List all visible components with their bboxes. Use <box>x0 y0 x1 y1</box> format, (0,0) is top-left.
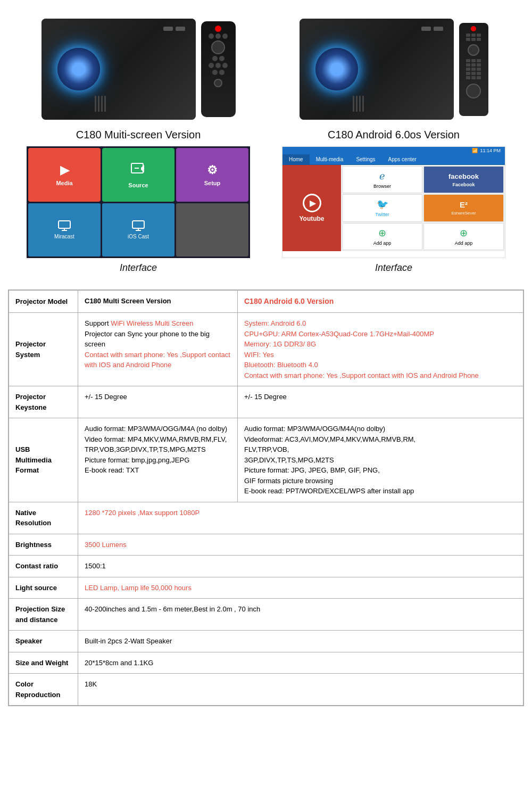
nav-settings[interactable]: Settings <box>350 154 381 164</box>
status-time: 11:14 PM <box>480 148 501 153</box>
ms-miracast-cell: Miracast <box>28 203 101 257</box>
row-col2-usb: Audio format: MP3/WMA/OGG/M4A(no dolby) … <box>238 418 523 502</box>
source-icon <box>130 161 146 179</box>
eshare-label: EshareSever <box>451 211 476 216</box>
multiscreen-ui: ▶ Media Source ⚙ Setup Miracast <box>27 146 250 258</box>
product-multiscreen: C180 Muiti-screen Version ▶ Media Source… <box>16 16 261 274</box>
android-status-bar: 📶 11:14 PM <box>282 147 505 154</box>
add-icon-2: ⊕ <box>460 227 468 239</box>
table-row-resolution: Native Resolution 1280 *720 pixels ,Max … <box>9 502 523 534</box>
product-title-android: C180 Android 6.0os Version <box>328 129 460 141</box>
row-label-system: ProjectorSystem <box>9 313 78 386</box>
table-row-brightness: Brightness 3500 Lumens <box>9 534 523 556</box>
app-browser: ℯ Browser <box>342 166 422 193</box>
setup-icon: ⚙ <box>207 163 218 177</box>
projector-image-android <box>300 19 454 120</box>
wifi-text: WiFi Wireless Multi Screen <box>111 319 193 327</box>
interface-multiscreen: ▶ Media Source ⚙ Setup Miracast <box>27 146 250 258</box>
row-label-projection: Projection Sizeand distance <box>9 599 78 631</box>
row-merged-brightness: 3500 Lumens <box>78 534 523 556</box>
specs-table: Projector Model C180 Multi Screen Versio… <box>9 290 523 706</box>
android-ui: 📶 11:14 PM Home Multi-media Settings App… <box>282 146 505 258</box>
product-android: C180 Android 6.0os Version 📶 11:14 PM Ho… <box>271 16 516 274</box>
ms-miracast-label: Miracast <box>54 234 74 239</box>
product-images-multiscreen <box>16 16 261 122</box>
row-merged-resolution: 1280 *720 pixels ,Max support 1080P <box>78 502 523 534</box>
row-merged-size: 20*15*8cm and 1.1KG <box>78 652 523 674</box>
table-header-col2: C180 Android 6.0 Version <box>238 291 523 313</box>
youtube-play-icon: ▶ <box>303 194 321 212</box>
add-label-2: Add app <box>455 241 473 246</box>
product-images-android <box>271 16 516 122</box>
facebook-sub: Facebook <box>452 182 475 187</box>
remote-android <box>459 23 488 116</box>
projector-image-multiscreen <box>41 19 196 120</box>
youtube-label: Youtube <box>299 215 324 222</box>
remote-wheel <box>466 84 481 98</box>
projector-lens <box>57 48 100 90</box>
table-row-speaker: Speaker Built-in 2pcs 2-Watt Speaker <box>9 631 523 652</box>
table-header-col1: C180 Multi Screen Version <box>78 291 238 313</box>
row-merged-light: LED Lamp, Lamp life 50,000 hours <box>78 577 523 599</box>
remote-dpad <box>468 44 479 56</box>
row-col1-keystone: +/- 15 Degree <box>78 386 238 418</box>
row-merged-projection: 40-200inches and 1.5m - 6m meter,Best in… <box>78 599 523 631</box>
app-add-2: ⊕ Add app <box>423 223 504 250</box>
android-content: ▶ Youtube ℯ Browser facebook Fac <box>282 165 505 251</box>
ms-setup-label: Setup <box>204 180 221 186</box>
table-row-size: Size and Weight 20*15*8cm and 1.1KG <box>9 652 523 674</box>
table-header-row: Projector Model C180 Multi Screen Versio… <box>9 291 523 313</box>
table-row-keystone: Projector Keystone +/- 15 Degree +/- 15 … <box>9 386 523 418</box>
nav-multimedia[interactable]: Multi-media <box>310 154 350 164</box>
interface-android: 📶 11:14 PM Home Multi-media Settings App… <box>282 146 505 258</box>
ms-ioscast-cell: iOS Cast <box>102 203 174 257</box>
facebook-label: facebook <box>448 172 479 180</box>
row-label-resolution: Native Resolution <box>9 502 78 534</box>
app-add-1: ⊕ Add app <box>342 223 422 250</box>
ms-source-label: Source <box>128 182 148 188</box>
table-row-projection: Projection Sizeand distance 40-200inches… <box>9 599 523 631</box>
browser-icon: ℯ <box>379 170 385 182</box>
nav-home[interactable]: Home <box>282 154 310 164</box>
row-label-speaker: Speaker <box>9 631 78 652</box>
app-eshare: E² EshareSever <box>423 194 504 221</box>
youtube-cell: ▶ Youtube <box>282 165 341 251</box>
row-merged-speaker: Built-in 2pcs 2-Watt Speaker <box>78 631 523 652</box>
svg-rect-5 <box>132 221 144 228</box>
specs-table-container: Projector Model C180 Multi Screen Versio… <box>8 289 524 706</box>
ms-media-label: Media <box>56 180 72 186</box>
remote-multiscreen <box>201 21 236 117</box>
row-label-brightness: Brightness <box>9 534 78 556</box>
android-apps-grid: ℯ Browser facebook Facebook 🐦 Twitter <box>341 165 505 251</box>
row-label-light: Light source <box>9 577 78 599</box>
ms-ioscast-label: iOS Cast <box>128 234 149 239</box>
app-facebook: facebook Facebook <box>423 166 504 193</box>
row-label-keystone: Projector Keystone <box>9 386 78 418</box>
product-title-multiscreen: C180 Muiti-screen Version <box>76 129 201 141</box>
twitter-icon: 🐦 <box>377 198 388 210</box>
android-nav-bar: Home Multi-media Settings Apps center <box>282 154 505 165</box>
interface-label-android: Interface <box>375 262 412 274</box>
top-section: C180 Muiti-screen Version ▶ Media Source… <box>0 0 532 279</box>
interface-label-multiscreen: Interface <box>120 262 157 274</box>
eshare-icon: E² <box>460 200 468 209</box>
row-label-contrast: Contast ratio <box>9 556 78 577</box>
projector-lens-android <box>315 48 358 90</box>
android-system-specs: System: Android 6.0 CPU+GPU: ARM Cortex-… <box>244 319 479 379</box>
media-icon: ▶ <box>60 163 69 177</box>
add-label-1: Add app <box>373 241 392 246</box>
table-header-label: Projector Model <box>9 291 78 313</box>
row-label-usb: USBMultimediaFormat <box>9 418 78 502</box>
brightness-value: 3500 Lumens <box>85 541 127 549</box>
table-row-contrast: Contast ratio 1500:1 <box>9 556 523 577</box>
row-col2-system: System: Android 6.0 CPU+GPU: ARM Cortex-… <box>238 313 523 386</box>
row-label-size: Size and Weight <box>9 652 78 674</box>
table-row-system: ProjectorSystem Support WiFi Wireless Mu… <box>9 313 523 386</box>
ms-empty-cell <box>176 203 248 257</box>
light-value: LED Lamp, Lamp life 50,000 hours <box>85 584 192 592</box>
nav-apps[interactable]: Apps center <box>382 154 423 164</box>
row-merged-color: 18K <box>78 674 523 706</box>
row-col1-usb: Audio format: MP3/WMA/OGG/M4A (no dolby)… <box>78 418 238 502</box>
row-col1-system: Support WiFi Wireless Multi Screen Proje… <box>78 313 238 386</box>
table-row-usb: USBMultimediaFormat Audio format: MP3/WM… <box>9 418 523 502</box>
